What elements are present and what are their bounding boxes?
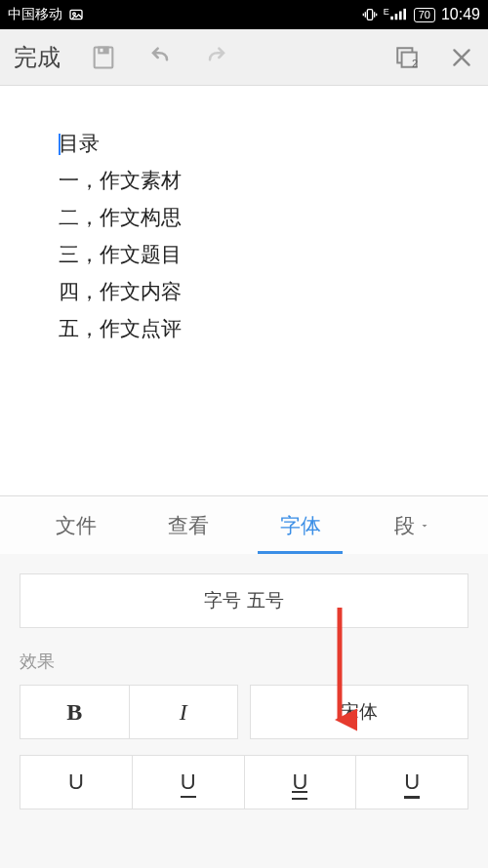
underline-single-button[interactable]: U bbox=[133, 755, 245, 809]
save-icon[interactable] bbox=[90, 44, 117, 71]
tab-paragraph-label: 段 bbox=[394, 512, 415, 539]
battery-level: 70 bbox=[414, 8, 435, 22]
document-line: 二，作文构思 bbox=[59, 199, 468, 236]
tab-view[interactable]: 查看 bbox=[132, 498, 244, 553]
tab-bar: 文件 查看 字体 段 bbox=[0, 495, 488, 554]
svg-rect-3 bbox=[390, 17, 393, 20]
svg-rect-4 bbox=[394, 14, 397, 20]
done-button[interactable]: 完成 bbox=[14, 42, 70, 73]
underline-none-button[interactable]: U bbox=[20, 755, 133, 809]
tab-file[interactable]: 文件 bbox=[20, 498, 132, 553]
svg-point-1 bbox=[73, 13, 76, 16]
picture-icon bbox=[68, 7, 84, 22]
signal-icon: E bbox=[384, 8, 408, 21]
close-button[interactable] bbox=[449, 45, 474, 70]
document-editor[interactable]: 目录 一，作文素材 二，作文构思 三，作文题目 四，作文内容 五，作文点评 bbox=[0, 86, 488, 495]
font-size-button[interactable]: 字号 五号 bbox=[20, 573, 468, 628]
redo-icon[interactable] bbox=[203, 44, 230, 71]
bold-button[interactable]: B bbox=[20, 685, 130, 739]
svg-rect-5 bbox=[399, 12, 402, 20]
chevron-down-icon bbox=[419, 520, 430, 532]
svg-rect-2 bbox=[367, 10, 372, 20]
font-family-button[interactable]: 宋体 bbox=[250, 685, 468, 739]
document-line: 目录 bbox=[59, 125, 468, 162]
document-line: 四，作文内容 bbox=[59, 273, 468, 310]
underline-double-button[interactable]: U bbox=[245, 755, 357, 809]
pages-button[interactable]: 2 bbox=[394, 45, 420, 70]
carrier-label: 中国移动 bbox=[8, 6, 62, 23]
tab-paragraph[interactable]: 段 bbox=[356, 498, 468, 553]
pages-count: 2 bbox=[412, 58, 418, 69]
document-line: 一，作文素材 bbox=[59, 162, 468, 199]
svg-rect-6 bbox=[403, 9, 406, 20]
document-line: 五，作文点评 bbox=[59, 310, 468, 347]
italic-button[interactable]: I bbox=[130, 685, 239, 739]
clock-label: 10:49 bbox=[441, 6, 480, 23]
document-line: 三，作文题目 bbox=[59, 236, 468, 273]
tab-font[interactable]: 字体 bbox=[244, 498, 356, 553]
app-toolbar: 完成 2 bbox=[0, 29, 488, 86]
vibrate-icon bbox=[362, 7, 378, 22]
effects-label: 效果 bbox=[20, 650, 468, 673]
undo-icon[interactable] bbox=[146, 44, 174, 71]
status-bar: 中国移动 E 70 10:49 bbox=[0, 0, 488, 29]
underline-thick-button[interactable]: U bbox=[356, 755, 468, 809]
svg-rect-9 bbox=[104, 48, 106, 52]
font-panel: 字号 五号 效果 B I 宋体 U U U U bbox=[0, 554, 488, 868]
